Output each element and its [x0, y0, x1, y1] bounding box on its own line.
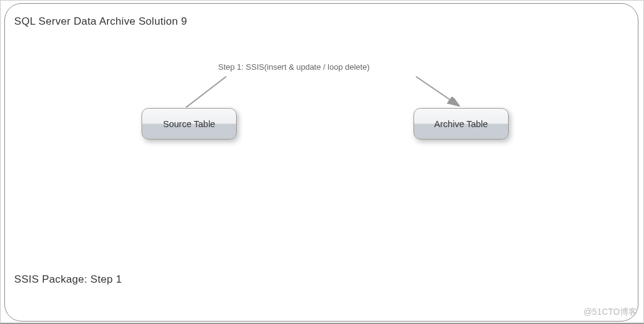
arrow-right [409, 73, 470, 110]
svg-line-1 [416, 77, 457, 104]
source-table-label: Source Table [163, 119, 215, 129]
watermark: @51CTO博客 [583, 307, 637, 318]
svg-line-0 [186, 77, 226, 107]
source-table-node: Source Table [142, 108, 237, 139]
diagram-title: SQL Server Data Archive Solution 9 [14, 15, 187, 28]
footer-label: SSIS Package: Step 1 [14, 273, 122, 286]
arrow-left [174, 73, 235, 110]
archive-table-label: Archive Table [434, 119, 488, 129]
archive-table-node: Archive Table [413, 108, 509, 139]
step-label: Step 1: SSIS(insert & update / loop dele… [218, 62, 370, 72]
